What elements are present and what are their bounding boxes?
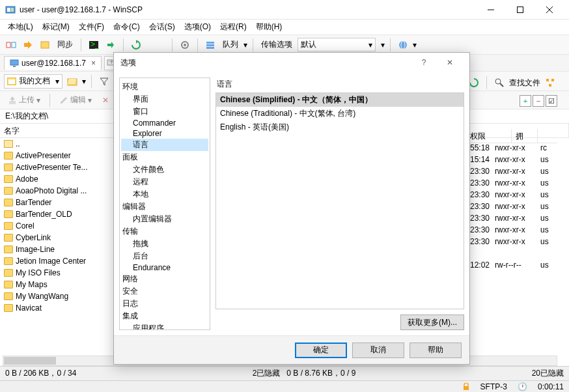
tree-item[interactable]: 编辑器 bbox=[121, 201, 208, 213]
remote-row[interactable]: 23:30rwxr-xr-xus bbox=[466, 202, 557, 214]
options-tree[interactable]: 环境界面窗口CommanderExplorer语言面板文件颜色远程本地编辑器内置… bbox=[119, 77, 210, 330]
dropdown-icon[interactable]: ▾ bbox=[381, 40, 385, 49]
close-tab-icon[interactable]: × bbox=[91, 59, 96, 68]
chevron-down-icon[interactable]: ▾ bbox=[82, 77, 86, 86]
tree-item[interactable]: 远程 bbox=[121, 176, 208, 188]
folder-icon bbox=[7, 77, 16, 85]
remote-row[interactable]: 12:02rw-r--r--us bbox=[466, 260, 557, 272]
language-item[interactable]: Chinese (Simplified) - 中文（简体，中国） bbox=[216, 93, 464, 107]
menu-mark[interactable]: 标记(M) bbox=[38, 20, 74, 35]
tree-item[interactable]: Endurance bbox=[121, 262, 208, 273]
upload-button[interactable]: 上传 ▾ bbox=[4, 93, 44, 107]
local-dir-combo[interactable]: 我的文档 ▾ bbox=[4, 74, 62, 89]
get-more-button[interactable]: 获取更多(M)... bbox=[400, 315, 464, 330]
chevron-down-icon[interactable]: ▾ bbox=[413, 40, 417, 49]
menu-options[interactable]: 选项(O) bbox=[180, 20, 215, 35]
svg-text:>_: >_ bbox=[90, 40, 99, 49]
check-button[interactable]: ☑ bbox=[546, 95, 557, 107]
menu-files[interactable]: 文件(F) bbox=[75, 20, 108, 35]
open-folder-icon[interactable] bbox=[65, 74, 79, 89]
remote-row[interactable]: 23:30rwxr-xr-xus bbox=[466, 225, 557, 237]
filter-icon[interactable] bbox=[97, 74, 111, 89]
help-button[interactable]: 帮助 bbox=[409, 343, 462, 358]
sync-browse-icon[interactable] bbox=[38, 38, 52, 52]
remote-row[interactable]: 23:30rwxr-xr-xus bbox=[466, 190, 557, 202]
tree-item[interactable]: Commander bbox=[121, 118, 208, 128]
find-icon[interactable] bbox=[492, 76, 507, 90]
find-label[interactable]: 查找文件 bbox=[509, 77, 540, 89]
menu-remote[interactable]: 远程(R) bbox=[216, 20, 251, 35]
remote-row[interactable]: 23:30rwxr-xr-xus bbox=[466, 237, 557, 249]
tree-icon[interactable] bbox=[543, 76, 557, 90]
tree-item[interactable]: 界面 bbox=[121, 93, 208, 105]
close-button[interactable] bbox=[534, 1, 564, 19]
transfer-opts-combo[interactable]: 默认▾ bbox=[298, 38, 376, 51]
sync-dirs-icon[interactable] bbox=[21, 38, 35, 52]
terminal-icon[interactable]: >_ bbox=[87, 38, 101, 52]
transfer-opts-label: 传输选项 bbox=[258, 38, 295, 51]
ok-button[interactable]: 确定 bbox=[295, 343, 347, 358]
remote-row[interactable]: 15:14rwxr-xr-xus bbox=[466, 155, 557, 167]
gear-icon[interactable] bbox=[178, 38, 192, 52]
remote-row[interactable]: 23:30rwxr-xr-xus bbox=[466, 214, 557, 225]
tree-item[interactable]: 窗口 bbox=[121, 105, 208, 118]
delete-x-icon[interactable]: ✕ bbox=[98, 94, 113, 106]
minus-button[interactable]: − bbox=[533, 95, 544, 107]
monitor-icon bbox=[10, 59, 19, 68]
plus-button[interactable]: + bbox=[520, 95, 531, 107]
compare-icon[interactable] bbox=[4, 38, 18, 52]
tree-item[interactable]: 内置编辑器 bbox=[121, 213, 208, 225]
language-item[interactable]: Chinese (Traditional) - 中文(繁体, 台湾) bbox=[216, 107, 464, 120]
queue-icon[interactable] bbox=[203, 38, 217, 52]
group-label: 语言 bbox=[215, 77, 464, 92]
tree-item[interactable]: 集成 bbox=[121, 310, 208, 322]
tree-item[interactable]: 后台 bbox=[121, 250, 208, 262]
file-name: ActivePresenter bbox=[16, 151, 71, 160]
svg-rect-16 bbox=[206, 47, 214, 49]
remote-row[interactable]: 55:18rwxr-xr-xrc bbox=[466, 143, 557, 155]
remote-row[interactable]: 23:30rwxr-xr-xus bbox=[466, 178, 557, 190]
language-item[interactable]: English - 英语(美国) bbox=[216, 120, 464, 134]
tree-item[interactable]: 面板 bbox=[121, 151, 208, 163]
file-name: BarTender_OLD bbox=[16, 210, 72, 219]
menu-session[interactable]: 会话(S) bbox=[145, 20, 179, 35]
cancel-button[interactable]: 取消 bbox=[352, 343, 404, 358]
tree-item[interactable]: 环境 bbox=[121, 81, 208, 93]
tree-item[interactable]: 本地 bbox=[121, 188, 208, 201]
edit-button[interactable]: 编辑 ▾ bbox=[55, 93, 96, 107]
tree-item[interactable]: 网络 bbox=[121, 273, 208, 285]
tree-item[interactable]: Explorer bbox=[121, 128, 208, 139]
remote-row[interactable]: 23:30rwxr-xr-xus bbox=[466, 167, 557, 178]
col-perm[interactable]: 权限 bbox=[466, 129, 512, 143]
tree-item[interactable]: 应用程序 bbox=[121, 322, 208, 330]
tree-item[interactable]: 日志 bbox=[121, 298, 208, 310]
menu-local[interactable]: 本地(L) bbox=[4, 20, 37, 35]
minimize-button[interactable] bbox=[476, 1, 505, 19]
tree-item[interactable]: 文件颜色 bbox=[121, 163, 208, 176]
window-title: user - user@192.168.1.7 - WinSCP bbox=[20, 5, 476, 14]
tree-item[interactable]: 安全 bbox=[121, 285, 208, 298]
col-owner[interactable]: 拥 bbox=[512, 129, 538, 143]
globe-icon[interactable] bbox=[396, 38, 410, 52]
file-name: Corel bbox=[16, 221, 35, 231]
svg-rect-9 bbox=[41, 42, 49, 48]
sync-arrows-icon[interactable] bbox=[104, 38, 118, 52]
folder-icon bbox=[4, 269, 13, 277]
dialog-help-button[interactable]: ? bbox=[411, 53, 437, 72]
svg-rect-19 bbox=[10, 60, 18, 65]
tree-item[interactable]: 传输 bbox=[121, 225, 208, 238]
menu-help[interactable]: 帮助(H) bbox=[252, 20, 286, 35]
remote-row[interactable] bbox=[466, 249, 557, 260]
refresh-icon[interactable] bbox=[129, 38, 143, 52]
tree-item[interactable]: 语言 bbox=[121, 139, 208, 151]
tree-item[interactable]: 拖拽 bbox=[121, 238, 208, 250]
dialog-close-button[interactable]: ✕ bbox=[437, 53, 463, 72]
session-tab[interactable]: user@192.168.1.7 × bbox=[4, 56, 102, 70]
maximize-button[interactable] bbox=[505, 1, 534, 19]
file-name: Adobe bbox=[16, 175, 38, 184]
menu-commands[interactable]: 命令(C) bbox=[109, 20, 144, 35]
language-list[interactable]: Chinese (Simplified) - 中文（简体，中国）Chinese … bbox=[215, 92, 464, 309]
file-name: ActivePresenter Te... bbox=[16, 163, 88, 172]
edit-icon bbox=[59, 96, 68, 105]
chevron-down-icon[interactable]: ▾ bbox=[243, 40, 247, 49]
